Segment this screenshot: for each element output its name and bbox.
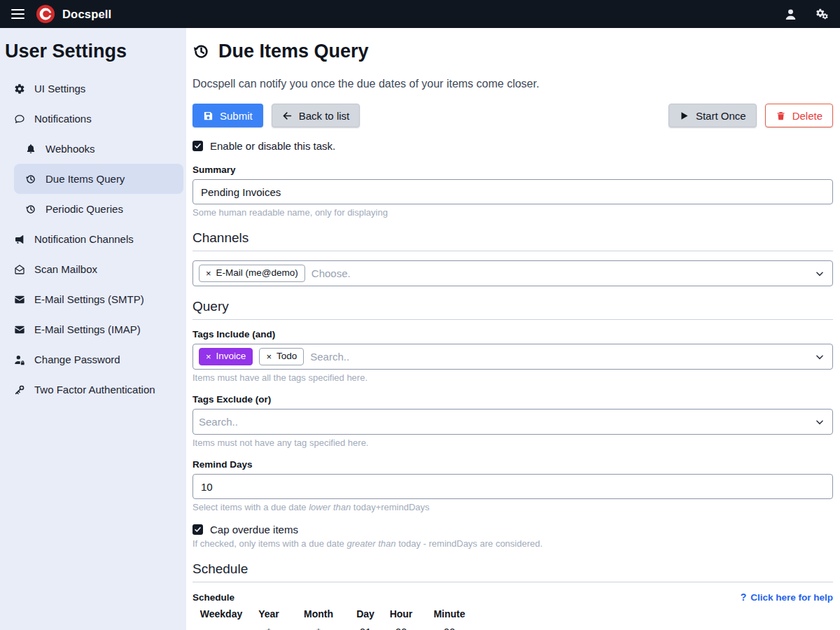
arrow-left-icon bbox=[282, 111, 293, 121]
schedule-header-row: Weekday Year Month Day Hour Minute bbox=[192, 608, 833, 620]
sidebar: User Settings UI Settings Notifications … bbox=[0, 28, 186, 630]
layout: User Settings UI Settings Notifications … bbox=[0, 28, 840, 630]
schedule-heading: Schedule bbox=[192, 561, 833, 582]
chevron-down-icon[interactable] bbox=[815, 352, 825, 362]
hour-input[interactable]: 00 bbox=[382, 626, 421, 630]
action-bar-right: Start Once Delete bbox=[668, 104, 833, 127]
sidebar-item-webhooks[interactable]: Webhooks bbox=[14, 134, 183, 164]
chevron-down-icon[interactable] bbox=[815, 417, 825, 427]
query-heading: Query bbox=[192, 299, 833, 320]
sidebar-title: User Settings bbox=[0, 36, 186, 74]
summary-input[interactable] bbox=[192, 179, 833, 204]
sidebar-item-label: UI Settings bbox=[34, 83, 85, 94]
cogs-icon[interactable] bbox=[816, 8, 829, 21]
day-input[interactable]: 01 bbox=[349, 626, 382, 630]
summary-label: Summary bbox=[192, 164, 833, 175]
cap-overdue-checkbox[interactable] bbox=[192, 524, 203, 535]
schedule-col-minute: Minute bbox=[430, 608, 468, 620]
submit-button[interactable]: Submit bbox=[192, 104, 263, 127]
minute-input[interactable]: 00 bbox=[430, 626, 468, 630]
history-icon bbox=[192, 43, 210, 60]
tags-exclude-group: Tags Exclude (or) Search.. Items must no… bbox=[192, 394, 833, 448]
sidebar-item-notifications[interactable]: Notifications bbox=[0, 104, 183, 134]
delete-button[interactable]: Delete bbox=[765, 104, 833, 127]
tags-include-select[interactable]: ×Invoice ×Todo Search.. bbox=[192, 344, 833, 370]
cap-overdue-label[interactable]: Cap overdue items bbox=[210, 524, 298, 536]
schedule-table: Weekday Year Month Day Hour Minute * – *… bbox=[192, 608, 833, 630]
channels-heading: Channels bbox=[192, 230, 833, 251]
app-name[interactable]: Docspell bbox=[62, 8, 111, 21]
sidebar-item-label: Periodic Queries bbox=[46, 203, 123, 215]
play-icon bbox=[679, 111, 690, 121]
bell-icon bbox=[25, 144, 36, 155]
sidebar-item-due-items-query[interactable]: Due Items Query bbox=[14, 164, 183, 194]
enable-task-label[interactable]: Enable or disable this task. bbox=[210, 140, 335, 152]
tags-include-placeholder: Search.. bbox=[310, 351, 349, 363]
back-to-list-button[interactable]: Back to list bbox=[272, 104, 360, 127]
cap-overdue-help: If checked, only items with a due date g… bbox=[192, 538, 833, 549]
page-intro: Docspell can notify you once the due dat… bbox=[192, 77, 833, 91]
summary-help: Some human readable name, only for displ… bbox=[192, 207, 833, 218]
sidebar-item-label: Scan Mailbox bbox=[34, 263, 97, 275]
time-separator: : bbox=[421, 626, 430, 630]
user-icon[interactable] bbox=[784, 8, 797, 21]
sidebar-item-change-password[interactable]: Change Password bbox=[0, 344, 183, 374]
topbar-right bbox=[784, 8, 829, 21]
main-content: Due Items Query Docspell can notify you … bbox=[186, 28, 840, 630]
year-input[interactable]: * bbox=[250, 626, 288, 630]
start-once-button[interactable]: Start Once bbox=[668, 104, 757, 127]
tags-exclude-label: Tags Exclude (or) bbox=[192, 394, 833, 405]
date-separator: – bbox=[337, 626, 349, 630]
tag-chip-todo[interactable]: ×Todo bbox=[259, 348, 304, 365]
comment-icon bbox=[14, 113, 25, 125]
schedule-help-link[interactable]: ?Click here for help bbox=[741, 592, 833, 603]
schedule-label-row: Schedule ?Click here for help bbox=[192, 592, 833, 603]
sidebar-item-label: Webhooks bbox=[46, 143, 95, 155]
sidebar-item-periodic-queries[interactable]: Periodic Queries bbox=[14, 194, 183, 224]
history-icon bbox=[25, 174, 36, 185]
sidebar-item-notification-channels[interactable]: Notification Channels bbox=[0, 224, 183, 254]
chevron-down-icon[interactable] bbox=[815, 269, 825, 279]
remind-days-group: Remind Days Select items with a due date… bbox=[192, 459, 833, 512]
sidebar-item-email-settings-smtp[interactable]: E-Mail Settings (SMTP) bbox=[0, 284, 183, 314]
schedule-col-weekday: Weekday bbox=[192, 608, 250, 620]
schedule-col-hour: Hour bbox=[382, 608, 421, 620]
enable-task-checkbox[interactable] bbox=[192, 141, 203, 151]
remind-days-help: Select items with a due date lower than … bbox=[192, 502, 833, 512]
docspell-logo[interactable] bbox=[36, 4, 55, 24]
sidebar-item-label: E-Mail Settings (IMAP) bbox=[34, 323, 141, 335]
remind-days-input[interactable] bbox=[192, 474, 833, 499]
schedule-label: Schedule bbox=[192, 592, 234, 603]
tag-chip-invoice[interactable]: ×Invoice bbox=[199, 348, 253, 365]
cap-overdue-group: Cap overdue items If checked, only items… bbox=[192, 524, 833, 549]
history-icon bbox=[25, 204, 36, 215]
sidebar-item-two-factor-authentication[interactable]: Two Factor Authentication bbox=[0, 374, 183, 405]
user-lock-icon bbox=[14, 354, 25, 365]
cap-overdue-row: Cap overdue items bbox=[192, 524, 833, 536]
tags-include-label: Tags Include (and) bbox=[192, 329, 833, 340]
bullhorn-icon bbox=[14, 234, 25, 245]
menu-icon[interactable] bbox=[11, 9, 24, 20]
schedule-col-month: Month bbox=[300, 608, 337, 620]
channels-placeholder: Choose. bbox=[312, 267, 351, 279]
envelope-open-icon bbox=[14, 264, 25, 275]
sidebar-item-label: Notifications bbox=[34, 113, 92, 125]
tags-include-help: Items must have all the tags specified h… bbox=[192, 372, 833, 383]
tags-include-group: Tags Include (and) ×Invoice ×Todo Search… bbox=[192, 329, 833, 383]
sidebar-item-scan-mailbox[interactable]: Scan Mailbox bbox=[0, 254, 183, 284]
month-input[interactable]: * bbox=[300, 626, 337, 630]
channel-chip-email[interactable]: ×E-Mail (me@demo) bbox=[199, 265, 305, 282]
remind-days-label: Remind Days bbox=[192, 459, 833, 470]
envelope-icon bbox=[14, 324, 25, 335]
schedule-value-row: * – * – 01 00 : 00 bbox=[192, 626, 833, 630]
channels-select[interactable]: ×E-Mail (me@demo) Choose. bbox=[192, 260, 833, 286]
save-icon bbox=[203, 111, 214, 121]
remove-chip-icon[interactable]: × bbox=[206, 352, 211, 361]
remove-chip-icon[interactable]: × bbox=[266, 352, 272, 361]
remove-chip-icon[interactable]: × bbox=[206, 269, 211, 278]
sidebar-item-label: Notification Channels bbox=[34, 233, 134, 245]
sidebar-item-ui-settings[interactable]: UI Settings bbox=[0, 74, 183, 104]
sidebar-item-label: Change Password bbox=[34, 354, 120, 365]
tags-exclude-select[interactable]: Search.. bbox=[192, 409, 833, 435]
sidebar-item-email-settings-imap[interactable]: E-Mail Settings (IMAP) bbox=[0, 314, 183, 344]
